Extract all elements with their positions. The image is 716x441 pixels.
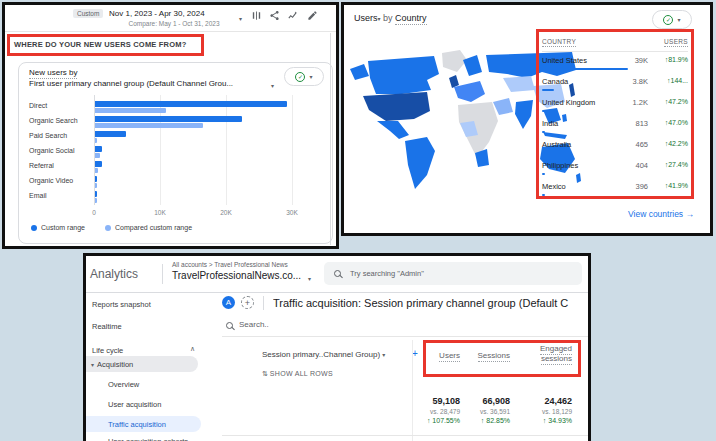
x-tick: 20K xyxy=(215,209,237,216)
add-comparison-button[interactable]: + xyxy=(241,296,254,309)
table-row[interactable]: Mexico 396 ↑41.9% xyxy=(542,180,688,201)
bar-organic-social-current[interactable] xyxy=(95,146,102,152)
header-divider xyxy=(5,31,336,32)
country-bar xyxy=(542,89,554,91)
col-header-sessions[interactable]: Sessions xyxy=(460,344,510,362)
x-tick: 30K xyxy=(281,209,303,216)
custom-range-chip[interactable]: Custom xyxy=(73,9,103,18)
search-placeholder: Try searching "Admin" xyxy=(350,269,424,278)
legend-custom-range: Custom range xyxy=(31,224,85,231)
bar-organic-search-current[interactable] xyxy=(95,116,242,122)
pill-caret-icon: ▾ xyxy=(309,73,312,80)
new-users-card: New users by First user primary channel … xyxy=(18,62,333,244)
legend-dot-current xyxy=(31,225,37,231)
chevron-up-icon[interactable]: ∧ xyxy=(190,345,195,353)
breadcrumb[interactable]: All accounts > Travel Professional News xyxy=(172,261,288,268)
bar-organic-video-compare[interactable] xyxy=(95,183,97,188)
sidebar-item-realtime[interactable]: Realtime xyxy=(92,322,122,331)
gridline-30k xyxy=(292,95,293,205)
check-circle-icon: ✓ xyxy=(663,15,673,25)
card-title-line1[interactable]: New users by xyxy=(29,68,77,79)
table-row[interactable]: Philippines 404 ↑27.4% xyxy=(542,159,688,180)
report-avatar[interactable]: A xyxy=(222,296,235,309)
edit-pencil-icon[interactable] xyxy=(307,10,318,21)
property-selector[interactable]: TravelProfessionalNews.co... xyxy=(172,270,301,281)
country-bar xyxy=(542,68,628,70)
gridline-20k xyxy=(226,95,227,205)
sidebar-section-life-cycle[interactable]: Life cycle xyxy=(92,346,123,355)
dimension-caret-icon[interactable]: ▾ xyxy=(271,82,274,89)
bar-organic-video-current[interactable] xyxy=(95,176,97,182)
bar-direct-current[interactable] xyxy=(95,101,287,107)
date-caret-icon[interactable]: ▾ xyxy=(239,15,242,22)
title-users-caret-icon[interactable]: ▾ xyxy=(378,16,381,22)
data-quality-button[interactable]: ✓ ▾ xyxy=(284,67,324,86)
x-tick: 0 xyxy=(88,209,100,216)
x-tick: 10K xyxy=(149,209,171,216)
table-row[interactable]: Canada 3.8K ↑144... xyxy=(542,75,688,96)
share-icon[interactable] xyxy=(269,10,280,21)
title-users[interactable]: Users xyxy=(354,13,378,23)
table-search-placeholder[interactable]: Search.. xyxy=(239,320,269,329)
dimension-selector[interactable]: Session primary..Channel Group) ▾ xyxy=(262,350,385,359)
analytics-brand: Analytics xyxy=(90,267,138,281)
sidebar-item-user-acquisition[interactable]: User acquisition xyxy=(108,400,161,409)
topbar-bottom-divider xyxy=(86,292,588,293)
expand-caret-icon: ▾ xyxy=(91,361,94,368)
bar-referral-compare[interactable] xyxy=(95,168,98,173)
show-all-rows-control[interactable]: ⇅ SHOW ALL ROWS xyxy=(262,370,333,378)
country-bar xyxy=(542,152,545,154)
insights-icon[interactable] xyxy=(287,10,298,21)
bar-email-compare[interactable] xyxy=(95,198,97,203)
legend-compared-range: Compared custom range xyxy=(105,224,192,231)
bar-label: Organic Social xyxy=(29,147,75,154)
property-caret-icon[interactable]: ▾ xyxy=(308,275,311,282)
bar-paid-search-current[interactable] xyxy=(95,131,126,137)
bar-label: Referral xyxy=(29,162,54,169)
country-table: COUNTRY USERS United States 39K ↑81.9% C… xyxy=(542,35,688,193)
col-header-engaged-sessions[interactable]: Engaged sessions xyxy=(528,344,572,364)
global-search-bar[interactable]: Try searching "Admin" xyxy=(324,262,582,285)
col-header-users-metric[interactable]: Users xyxy=(410,344,460,362)
bar-direct-compare[interactable] xyxy=(95,108,166,113)
compare-icon[interactable] xyxy=(251,10,262,21)
table-row[interactable]: Australia 465 ↑42.2% xyxy=(542,138,688,159)
col-header-users[interactable]: USERS xyxy=(664,38,688,47)
search-divider xyxy=(222,336,588,337)
date-range[interactable]: Nov 1, 2023 - Apr 30, 2024 xyxy=(109,9,205,18)
metric-total-sessions: 66,908 vs. 36,591 ↑ 82.85% xyxy=(450,396,510,424)
question-title: WHERE DO YOUR NEW USERS COME FROM? xyxy=(14,40,187,49)
sidebar-item-overview[interactable]: Overview xyxy=(108,380,139,389)
card-title-line2[interactable]: First user primary channel group (Defaul… xyxy=(29,79,233,88)
table-row[interactable]: United Kingdom 1.2K ↑47.2% xyxy=(542,96,688,117)
title-country[interactable]: Country xyxy=(395,13,427,25)
col-header-country[interactable]: COUNTRY xyxy=(542,38,576,47)
search-icon xyxy=(334,270,341,277)
country-bar xyxy=(542,131,545,133)
sidebar-item-user-acquisition-cohorts[interactable]: User acquisition cohorts xyxy=(108,437,188,441)
view-countries-link[interactable]: View countries → xyxy=(628,209,694,219)
bar-label: Organic Video xyxy=(29,177,73,184)
check-circle-icon: ✓ xyxy=(295,72,305,82)
country-bar xyxy=(542,194,545,196)
bar-paid-search-compare[interactable] xyxy=(95,138,97,143)
table-row[interactable]: India 813 ↑47.0% xyxy=(542,117,688,138)
data-quality-button[interactable]: ✓ ▾ xyxy=(652,10,692,29)
title-divider xyxy=(263,296,264,310)
bar-organic-search-compare[interactable] xyxy=(95,123,203,128)
compare-range: Compare: May 1 - Oct 31, 2023 xyxy=(109,20,239,27)
topbar-divider xyxy=(162,264,163,284)
bar-organic-social-compare[interactable] xyxy=(95,153,100,158)
table-row[interactable]: United States 39K ↑81.9% xyxy=(542,54,688,75)
sidebar-item-reports-snapshot[interactable]: Reports snapshot xyxy=(92,300,151,309)
report-title: Traffic acquisition: Session primary cha… xyxy=(273,297,588,309)
bar-referral-current[interactable] xyxy=(95,161,102,167)
bar-label: Email xyxy=(29,192,47,199)
sidebar-item-traffic-acquisition[interactable]: Traffic acquisition xyxy=(86,416,201,432)
table-search-icon[interactable] xyxy=(226,322,233,329)
bar-email-current[interactable] xyxy=(95,191,97,197)
sidebar-item-acquisition[interactable]: ▾ Acquisition xyxy=(86,356,198,372)
panel-new-users: Custom Nov 1, 2023 - Apr 30, 2024 Compar… xyxy=(2,2,339,249)
legend-dot-compare xyxy=(105,225,111,231)
sort-icon: ⇅ xyxy=(262,370,268,377)
